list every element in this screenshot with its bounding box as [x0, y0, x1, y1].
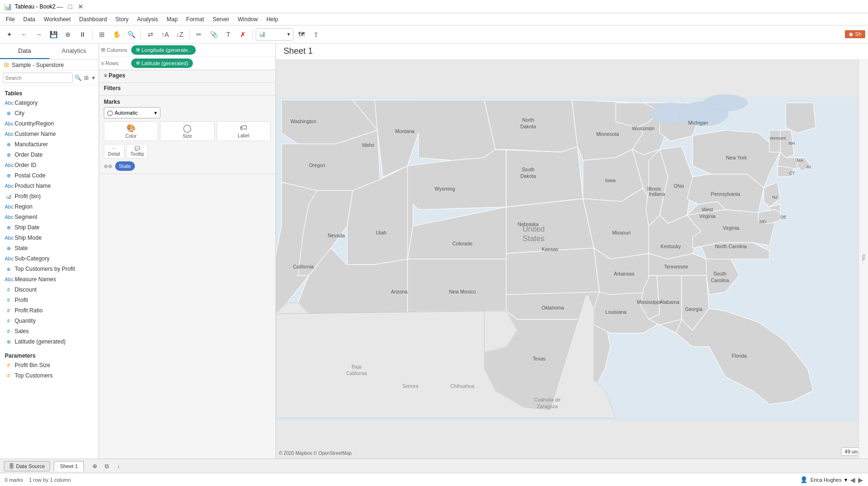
label-iowa: Iowa [605, 178, 616, 183]
field-sort-btn[interactable]: ▾ [91, 73, 96, 83]
field-latitude[interactable]: ⊕ Latitude (generated) [0, 336, 99, 347]
sheet-tab[interactable]: Sheet 1 [54, 461, 84, 471]
field-label: Top Customers by Profit [15, 266, 75, 272]
new-ds-button[interactable]: ⊕ [61, 28, 75, 41]
field-measure-names[interactable]: Abc Measure Names [0, 274, 99, 285]
user-dropdown[interactable]: ▾ [844, 477, 847, 483]
extract-data-button[interactable]: ↓ [113, 461, 124, 471]
select-tool[interactable]: ⊞ [95, 28, 108, 41]
longitude-pill[interactable]: ⊕ Longitude (generate.. [131, 45, 196, 55]
field-country[interactable]: Abc Country/Region [0, 118, 99, 129]
rows-status: 1 row by 1 column [29, 477, 71, 483]
search-button[interactable]: 🔍 [75, 73, 82, 83]
nav-next[interactable]: ▶ [858, 476, 863, 484]
state-pill[interactable]: State [115, 161, 135, 171]
field-sales[interactable]: # Sales [0, 326, 99, 336]
field-sub-category[interactable]: Abc Sub-Category [0, 253, 99, 264]
label-button[interactable]: 🏷 Label [217, 121, 271, 141]
tooltip-button[interactable]: 💬 Tooltip [126, 144, 149, 159]
data-source-row: ⊞ Sample - Superstore [0, 59, 99, 71]
field-ship-mode[interactable]: Abc Ship Mode [0, 233, 99, 243]
menu-dashboard[interactable]: Dashboard [75, 15, 111, 24]
field-order-id[interactable]: Abc Order ID [0, 160, 99, 170]
menu-file[interactable]: File [2, 15, 18, 24]
field-segment[interactable]: Abc Segment [0, 212, 99, 222]
maximize-button[interactable]: □ [66, 2, 75, 11]
field-region[interactable]: Abc Region [0, 201, 99, 212]
tooltip-button[interactable]: 📎 [207, 28, 220, 41]
search-input[interactable] [3, 73, 73, 83]
map-container[interactable]: Washington California Idaho Montana Neva… [276, 59, 868, 459]
menu-analysis[interactable]: Analysis [134, 15, 162, 24]
field-discount[interactable]: # Discount [0, 285, 99, 295]
data-source-name: Sample - Superstore [12, 62, 64, 68]
close-button[interactable]: ✕ [76, 2, 85, 11]
add-sheet-button[interactable]: ⊕ [90, 461, 100, 471]
redo-button[interactable]: → [32, 28, 45, 41]
color-button[interactable]: 🎨 Color [104, 121, 158, 141]
field-city[interactable]: ⊕ City [0, 108, 99, 118]
param-top-customers[interactable]: # Top Customers [0, 370, 99, 381]
field-top-customers[interactable]: ⊕ Top Customers by Profit [0, 264, 99, 274]
state-new-mexico [408, 259, 517, 314]
latitude-pill[interactable]: ⊕ Latitude (generated) [131, 59, 193, 68]
tab-analytics[interactable]: Analytics [50, 43, 99, 59]
descending-button[interactable]: ↓Z [173, 28, 186, 41]
field-manufacturer[interactable]: ⊕ Manufacturer [0, 139, 99, 150]
field-profit[interactable]: # Profit [0, 295, 99, 305]
marks-type-dropdown[interactable]: ◯ Automatic ▾ [104, 107, 160, 118]
tab-data[interactable]: Data [0, 43, 50, 59]
field-product-name[interactable]: Abc Product Name [0, 181, 99, 191]
field-ship-date[interactable]: ⊕ Ship Date [0, 222, 99, 233]
field-order-date[interactable]: ⊕ Order Date [0, 150, 99, 160]
menu-server[interactable]: Server [209, 15, 233, 24]
field-profit-bin[interactable]: 📊 Profit (bin) [0, 191, 99, 201]
label-oregon: Oregon [309, 163, 326, 168]
menu-window[interactable]: Window [234, 15, 262, 24]
menu-format[interactable]: Format [183, 15, 208, 24]
center-panel: ⊞ Columns ⊕ Longitude (generate.. ≡ Rows… [99, 43, 276, 459]
field-category[interactable]: Abc Category [0, 98, 99, 108]
zoom-tool[interactable]: 🔍 [125, 28, 138, 41]
field-icon-num: # [5, 362, 12, 368]
undo-button[interactable]: ← [17, 28, 31, 41]
menu-help[interactable]: Help [263, 15, 282, 24]
ascending-button[interactable]: ↑A [159, 28, 172, 41]
field-label: Sub-Category [15, 255, 50, 262]
menu-worksheet[interactable]: Worksheet [40, 15, 75, 24]
menu-data[interactable]: Data [19, 15, 39, 24]
minimize-button[interactable]: — [56, 2, 64, 11]
data-source-tab[interactable]: 🗄 Data Source [4, 461, 50, 471]
annotate-button[interactable]: T [222, 28, 235, 41]
highlight-button[interactable]: ✏ [192, 28, 206, 41]
menu-story[interactable]: Story [112, 15, 133, 24]
label-nevada: Nevada [328, 233, 345, 238]
label-north-dakota2: Dakota [520, 124, 536, 129]
field-list-btn[interactable]: ⊞ [83, 73, 89, 83]
pause-button[interactable]: ⏸ [76, 28, 89, 41]
menu-map[interactable]: Map [163, 15, 181, 24]
field-state[interactable]: ⊕ State [0, 243, 99, 253]
viz-type-dropdown[interactable]: 📊 ▾ [256, 28, 293, 41]
new-sheet-button[interactable]: ✦ [3, 28, 16, 41]
param-profit-bin[interactable]: # Profit Bin Size [0, 360, 99, 370]
field-postal-code[interactable]: ⊕ Postal Code [0, 170, 99, 181]
shelf-area: ⊞ Columns ⊕ Longitude (generate.. ≡ Rows… [99, 43, 275, 70]
field-customer-name[interactable]: Abc Customer Name [0, 129, 99, 139]
field-quantity[interactable]: # Quantity [0, 316, 99, 326]
pan-tool[interactable]: ✋ [110, 28, 123, 41]
field-profit-ratio[interactable]: # Profit Ratio [0, 305, 99, 316]
field-label: Region [15, 203, 33, 210]
swap-button[interactable]: ⇄ [144, 28, 157, 41]
chevron-down-icon: ▾ [154, 110, 157, 116]
label-south-dakota: South [522, 167, 534, 172]
nav-prev[interactable]: ◀ [850, 476, 855, 484]
save-button[interactable]: 💾 [47, 28, 60, 41]
clear-button[interactable]: ✗ [236, 28, 250, 41]
duplicate-sheet-button[interactable]: ⧉ [101, 461, 112, 471]
label-nj: NJ [772, 195, 777, 200]
size-button[interactable]: ◯ Size [160, 121, 214, 141]
share-button[interactable]: ⇪ [309, 28, 323, 41]
map-button[interactable]: 🗺 [295, 28, 308, 41]
detail-button[interactable]: ⋯ Detail [104, 144, 125, 159]
